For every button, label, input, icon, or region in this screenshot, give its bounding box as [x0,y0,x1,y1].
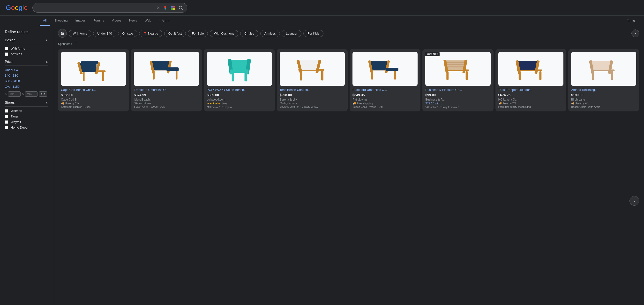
price-go-button[interactable]: Go [39,91,47,97]
search-input[interactable]: wooden beach chairs [36,5,154,10]
filter-chip-lounger[interactable]: Lounger [282,30,302,37]
target-checkbox[interactable] [5,115,8,118]
product-price-4: $349.35 [352,93,418,97]
stores-label: Stores [5,100,14,104]
product-store-4: PatioLiving [352,98,418,101]
product-shipping-7: 🚚 Free by 6/... [571,102,636,105]
tab-videos[interactable]: Videos [108,16,125,26]
price-section-header[interactable]: Price ▲ [5,60,48,66]
svg-rect-55 [446,64,466,65]
svg-rect-18 [80,63,96,72]
sidebar-item-home-depot[interactable]: Home Depot [5,126,48,129]
product-store-3: Serena & Lily [280,98,345,101]
product-card-7[interactable]: Amaad Reclining... $199.00 Birch Lane 🚚 … [568,49,639,111]
price-40-80[interactable]: $40 - $80 [5,74,48,77]
svg-rect-24 [176,70,178,79]
product-card-3[interactable]: Teak Beach Chair In... $298.00 Serena & … [277,49,348,111]
price-min-input[interactable] [8,91,20,97]
stores-section-header[interactable]: Stores ▲ [5,100,48,107]
filter-chip-chaise[interactable]: Chaise [240,30,258,37]
more-label: More [162,19,170,23]
clear-button[interactable]: ✕ [156,5,160,10]
filter-chip-armless[interactable]: Armless [260,30,280,37]
wayfair-checkbox[interactable] [5,120,8,124]
walmart-checkbox[interactable] [5,109,8,113]
filter-chip-on-sale[interactable]: On sale [118,30,137,37]
with-arms-checkbox[interactable] [5,47,8,50]
product-grid-next-button[interactable]: › [630,196,639,206]
sidebar-item-walmart[interactable]: Walmart [5,109,48,113]
filter-chip-under-40[interactable]: Under $40 [93,30,116,37]
sponsored-options-button[interactable]: ⋮ [74,41,78,46]
tab-web[interactable]: Web [141,16,154,26]
tools-tab[interactable]: Tools [624,16,638,26]
price-over-150[interactable]: Over $150 [5,85,48,88]
product-price-5: $99.00 [425,93,490,97]
svg-rect-52 [466,71,468,80]
sidebar-title: Refine results [5,30,48,34]
product-card-0[interactable]: Cape Cod Beach Chair... $185.00 Cape Cod… [58,49,129,111]
filter-chip-with-cushions[interactable]: With Cushions [210,30,238,37]
filter-chip-for-kids[interactable]: For Kids [303,30,323,37]
price-max-input[interactable] [25,91,38,97]
tab-images[interactable]: Images [72,16,89,26]
search-button[interactable] [178,5,183,10]
product-card-4[interactable]: Frankford Umbrellas O... $349.35 PatioLi… [350,49,420,111]
tab-more[interactable]: ⋮ More [156,16,172,26]
filter-chip-for-sale[interactable]: For Sale [188,30,208,37]
product-image-2 [207,52,272,86]
mic-button[interactable] [163,5,168,10]
more-dots-icon: ⋮ [158,19,161,23]
home-depot-checkbox[interactable] [5,126,8,129]
filter-chip-with-cushions-label: With Cushions [214,32,234,35]
product-name-5: Business & Pleasure Co... [425,88,490,92]
price-80-150[interactable]: $80 - $150 [5,79,48,83]
filter-settings-button[interactable] [58,29,67,38]
sponsored-label: Sponsored [58,42,72,46]
sidebar: Refine results Design ▲ With Arms Armles… [0,26,53,305]
location-pin-icon: 📍 [143,32,147,35]
svg-rect-40 [299,60,318,70]
lens-button[interactable] [170,5,176,10]
product-card-6[interactable]: Teak Freeport Outdoor... $674.25 HC Luxu… [496,49,566,111]
tab-all[interactable]: All [40,16,50,26]
sidebar-item-target[interactable]: Target [5,115,48,118]
product-detail-3: Endless summer · Classic white... [280,105,345,108]
product-shipping-0: 🚚 Free by 7/9 [61,102,126,105]
product-card-5[interactable]: 20% OFF Business & Ple [422,49,493,111]
svg-rect-45 [394,70,396,79]
svg-rect-62 [518,61,538,70]
filter-chip-get-it-fast-label: Get it fast [168,32,182,35]
price-under-40[interactable]: Under $40 [5,68,48,72]
product-store-1: IslandBeach... [134,98,199,101]
filter-chip-on-sale-label: On sale [122,32,133,35]
next-chevron-icon: › [634,31,636,35]
shipping-icon-6: 🚚 [498,102,502,105]
filter-chip-get-it-fast[interactable]: Get it fast [164,30,186,37]
design-section-header[interactable]: Design ▲ [5,38,48,44]
sidebar-item-armless[interactable]: Armless [5,52,48,56]
product-price-1: $374.99 [134,93,199,97]
sidebar-item-with-arms[interactable]: With Arms [5,47,48,50]
filter-chip-nearby[interactable]: 📍 Nearby [139,30,162,37]
product-detail-4: Beach Chair · Wood · Oak [352,105,418,108]
content-area: With Arms Under $40 On sale 📍 Nearby Get… [53,26,644,305]
tab-forums[interactable]: Forums [90,16,108,26]
tab-news[interactable]: News [126,16,140,26]
sidebar-item-wayfair[interactable]: Wayfair [5,120,48,124]
product-card-1[interactable]: Frankford Umbrellas O... $374.99 IslandB… [131,49,202,111]
product-image-6 [498,52,564,86]
armless-checkbox[interactable] [5,52,8,56]
product-card-2[interactable]: POLYWOOD South Beach... $339.00 polywood… [204,49,275,111]
walmart-label: Walmart [11,109,22,113]
product-returns-3: 30-day returns [280,102,345,105]
product-image-1 [134,52,199,86]
shipping-icon-4: 🚚 [352,102,356,105]
filter-chips-next-button[interactable]: › [632,29,639,37]
tab-shopping[interactable]: Shopping [51,16,71,26]
design-chevron-icon: ▲ [45,38,48,42]
main-layout: Refine results Design ▲ With Arms Armles… [0,26,644,305]
filter-chip-with-arms[interactable]: With Arms [69,30,91,37]
sponsored-row: Sponsored ⋮ [58,41,639,46]
svg-rect-17 [102,72,104,81]
